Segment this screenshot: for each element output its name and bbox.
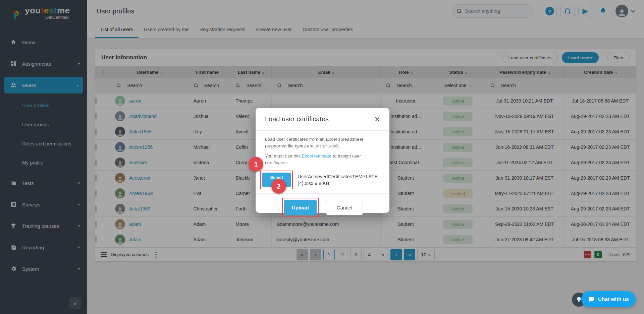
modal-description: Load user certificates from an Excel spr… bbox=[265, 136, 382, 149]
annotation-step-2: 2 bbox=[271, 179, 286, 194]
annotation-box-upload: Upload bbox=[282, 198, 319, 217]
load-user-certificates-modal: Load user certificates × Load user certi… bbox=[256, 108, 389, 213]
chat-with-us-button[interactable]: Chat with us bbox=[581, 291, 636, 307]
selected-file-name: UserAchievedCertificatesTEMPLATE (4).xls… bbox=[298, 173, 380, 187]
chat-label: Chat with us bbox=[598, 296, 629, 302]
modal-template-note: You must use this Excel template to assi… bbox=[265, 153, 382, 166]
modal-footer: Upload Cancel bbox=[256, 193, 389, 217]
cancel-button[interactable]: Cancel bbox=[326, 200, 363, 215]
annotation-step-1: 1 bbox=[249, 157, 263, 172]
close-icon[interactable]: × bbox=[375, 115, 380, 124]
modal-header: Load user certificates × bbox=[256, 108, 389, 131]
modal-title: Load user certificates bbox=[265, 115, 375, 123]
excel-template-link[interactable]: Excel template bbox=[302, 153, 332, 159]
upload-button[interactable]: Upload bbox=[284, 200, 317, 215]
chat-bubble-icon bbox=[588, 296, 595, 303]
